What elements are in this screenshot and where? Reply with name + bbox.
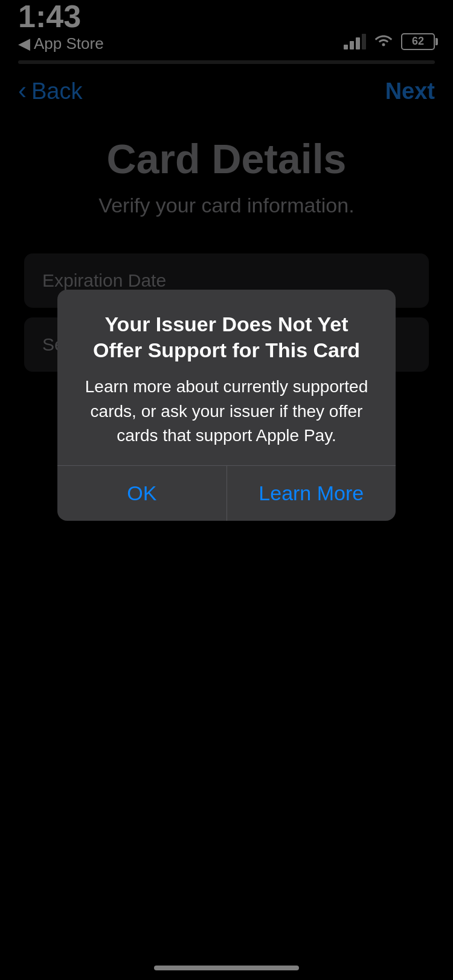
alert-dialog: Your Issuer Does Not Yet Offer Support f…	[57, 290, 396, 521]
ok-button[interactable]: OK	[57, 466, 226, 521]
alert-body: Your Issuer Does Not Yet Offer Support f…	[57, 290, 396, 465]
alert-message: Learn more about currently supported car…	[79, 375, 374, 448]
learn-more-button[interactable]: Learn More	[226, 466, 396, 521]
alert-title: Your Issuer Does Not Yet Offer Support f…	[79, 311, 374, 363]
alert-buttons: OK Learn More	[57, 465, 396, 521]
